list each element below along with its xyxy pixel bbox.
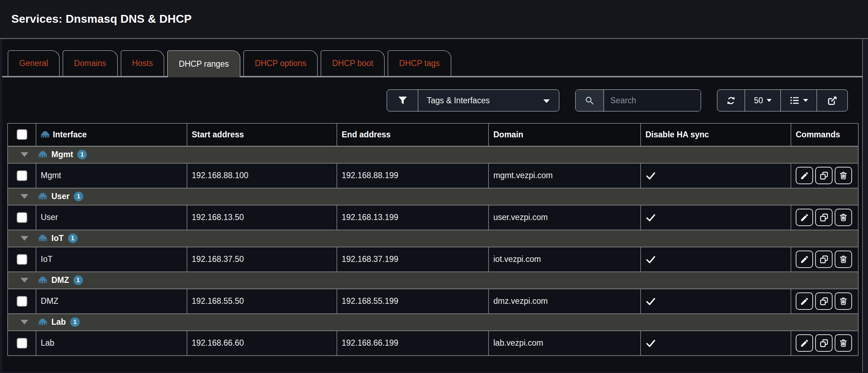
- group-name: User: [51, 192, 69, 201]
- select-all-checkbox[interactable]: [17, 129, 27, 140]
- copy-button[interactable]: [815, 209, 833, 226]
- table-header-row: Interface Start address End address Doma…: [8, 124, 858, 146]
- row-checkbox[interactable]: [17, 254, 27, 265]
- group-name: DMZ: [51, 275, 69, 285]
- column-header-interface: Interface: [53, 130, 87, 139]
- group-row[interactable]: DMZ 1: [8, 272, 858, 289]
- refresh-icon: [726, 96, 736, 105]
- refresh-button[interactable]: [717, 90, 745, 111]
- ethernet-icon: [41, 130, 50, 139]
- trash-icon: [839, 297, 848, 306]
- check-icon: [645, 254, 656, 265]
- group-count-badge: 1: [77, 150, 87, 159]
- edit-button[interactable]: [796, 334, 813, 352]
- cell-disable-ha-sync: [641, 331, 791, 356]
- tab-dhcp-ranges[interactable]: DHCP ranges: [167, 50, 240, 77]
- copy-button[interactable]: [815, 334, 833, 352]
- clone-icon: [819, 255, 829, 264]
- cell-end-address: 192.168.66.199: [337, 331, 489, 356]
- table-row: Mgmt 192.168.88.100 192.168.88.199 mgmt.…: [8, 163, 858, 188]
- cell-start-address: 192.168.13.50: [187, 205, 337, 230]
- collapse-arrow-icon[interactable]: [21, 320, 28, 324]
- row-checkbox[interactable]: [17, 170, 27, 181]
- tab-dhcp-boot[interactable]: DHCP boot: [321, 50, 385, 76]
- columns-button[interactable]: [781, 90, 817, 111]
- cell-end-address: 192.168.55.199: [337, 289, 489, 314]
- clone-icon: [819, 171, 829, 180]
- check-icon: [645, 338, 656, 349]
- content-panel: General Domains Hosts DHCP ranges DHCP o…: [2, 39, 863, 372]
- delete-button[interactable]: [835, 209, 852, 226]
- cell-domain: user.vezpi.com: [489, 205, 641, 230]
- delete-button[interactable]: [835, 334, 852, 352]
- tab-bar: General Domains Hosts DHCP ranges DHCP o…: [2, 39, 862, 77]
- page-size-button[interactable]: 50: [745, 90, 781, 111]
- edit-button[interactable]: [796, 292, 813, 310]
- delete-button[interactable]: [835, 292, 852, 310]
- cell-disable-ha-sync: [641, 163, 791, 188]
- column-header-start: Start address: [187, 124, 337, 146]
- row-checkbox[interactable]: [17, 212, 27, 223]
- table-row: User 192.168.13.50 192.168.13.199 user.v…: [8, 205, 858, 230]
- group-name: IoT: [51, 234, 64, 243]
- collapse-arrow-icon[interactable]: [21, 278, 28, 283]
- search-input[interactable]: [604, 90, 701, 111]
- delete-button[interactable]: [835, 167, 852, 184]
- search-icon: [576, 90, 604, 111]
- edit-button[interactable]: [796, 209, 813, 226]
- column-header-commands: Commands: [791, 124, 858, 146]
- cell-interface: Lab: [36, 331, 187, 356]
- tab-domains[interactable]: Domains: [63, 50, 118, 76]
- delete-button[interactable]: [835, 251, 852, 268]
- collapse-arrow-icon[interactable]: [21, 194, 28, 199]
- group-row[interactable]: Mgmt 1: [8, 146, 858, 163]
- group-count-badge: 1: [70, 317, 80, 327]
- pencil-icon: [800, 171, 809, 180]
- collapse-arrow-icon[interactable]: [21, 236, 28, 241]
- cell-interface: Mgmt: [36, 163, 187, 188]
- tab-dhcp-tags[interactable]: DHCP tags: [388, 50, 451, 76]
- page-title: Services: Dnsmasq DNS & DHCP: [11, 12, 192, 26]
- cell-domain: lab.vezpi.com: [489, 331, 641, 356]
- group-row[interactable]: Lab 1: [8, 314, 858, 331]
- ethernet-icon: [38, 276, 47, 285]
- edit-button[interactable]: [796, 251, 813, 268]
- ethernet-icon: [38, 318, 47, 327]
- cell-end-address: 192.168.13.199: [337, 205, 489, 230]
- tab-hosts[interactable]: Hosts: [121, 50, 164, 76]
- cell-interface: User: [36, 205, 187, 230]
- page-header: Services: Dnsmasq DNS & DHCP: [0, 0, 868, 39]
- row-checkbox[interactable]: [17, 338, 27, 349]
- group-count-badge: 1: [68, 234, 78, 243]
- tab-general[interactable]: General: [8, 50, 60, 76]
- copy-button[interactable]: [815, 251, 833, 268]
- clone-icon: [819, 339, 829, 348]
- row-checkbox[interactable]: [17, 296, 27, 307]
- group-row[interactable]: IoT 1: [8, 230, 858, 247]
- trash-icon: [839, 171, 848, 180]
- chevron-down-icon: [803, 99, 808, 102]
- copy-button[interactable]: [815, 292, 833, 310]
- column-header-end: End address: [337, 124, 489, 146]
- group-name: Lab: [51, 317, 66, 327]
- group-name: Mgmt: [51, 150, 73, 159]
- grid-controls: 50: [717, 89, 848, 111]
- list-icon: [790, 95, 800, 105]
- ethernet-icon: [38, 192, 47, 201]
- page-size-value: 50: [754, 96, 763, 105]
- table-body: Mgmt 1 Mgmt 192.168.88.100 192.168.88.19…: [8, 146, 858, 356]
- pencil-icon: [800, 213, 809, 222]
- filter-dropdown[interactable]: Tags & Interfaces: [387, 89, 559, 111]
- cell-start-address: 192.168.88.100: [187, 163, 337, 188]
- collapse-arrow-icon[interactable]: [21, 152, 28, 157]
- clone-icon: [819, 213, 829, 222]
- check-icon: [645, 212, 656, 223]
- group-row[interactable]: User 1: [8, 188, 858, 205]
- edit-button[interactable]: [796, 167, 813, 184]
- cell-disable-ha-sync: [641, 205, 791, 230]
- search-box: [575, 89, 701, 111]
- copy-button[interactable]: [815, 167, 833, 184]
- column-header-ha: Disable HA sync: [641, 124, 791, 146]
- export-button[interactable]: [817, 90, 847, 111]
- tab-dhcp-options[interactable]: DHCP options: [243, 50, 318, 76]
